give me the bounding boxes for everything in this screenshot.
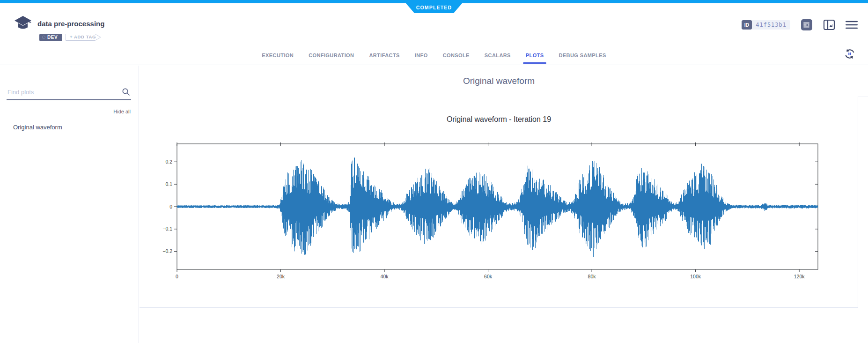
experiment-details-icon xyxy=(801,19,813,31)
x-tick-label: 60k xyxy=(484,274,493,279)
tag-row: DEV + ADD TAG xyxy=(39,33,102,41)
search-icon xyxy=(122,88,130,96)
x-tick-label: 40k xyxy=(381,274,389,279)
tab-scalars[interactable]: SCALARS xyxy=(477,45,518,65)
y-tick-label: −0.2 xyxy=(162,248,172,254)
add-tag-label: + ADD TAG xyxy=(70,34,96,39)
tab-configuration[interactable]: CONFIGURATION xyxy=(301,45,361,65)
x-tick-label: 100k xyxy=(690,274,701,279)
tab-debug-samples[interactable]: DEBUG SAMPLES xyxy=(551,45,613,65)
x-tick-label: 20k xyxy=(277,274,285,279)
y-tick-label: 0 xyxy=(169,204,172,209)
side-panel-toggle-button[interactable] xyxy=(823,19,835,31)
x-tick-label: 120k xyxy=(794,274,805,279)
waveform-plot[interactable]: 0.20.10−0.1−0.2020k40k60k80k100k120k xyxy=(154,141,838,281)
tab-info[interactable]: INFO xyxy=(407,45,435,65)
experiment-details-button[interactable] xyxy=(801,19,813,31)
app-window: COMPLETED data pre-processing DEV + ADD … xyxy=(0,0,868,343)
plot-group-heading: Original waveform xyxy=(140,76,858,86)
y-tick-label: 0.2 xyxy=(165,159,172,164)
plot-title: Original waveform - Iteration 19 xyxy=(140,115,858,124)
plots-main-panel: Original waveform Original waveform - It… xyxy=(140,66,868,343)
tab-artifacts[interactable]: ARTIFACTS xyxy=(361,45,407,65)
x-tick-label: 80k xyxy=(588,274,596,279)
tag-icon xyxy=(42,36,45,39)
tab-bar: EXECUTIONCONFIGURATIONARTIFACTSINFOCONSO… xyxy=(0,45,868,65)
auto-refresh-pause-icon xyxy=(844,48,856,60)
plots-sidebar: Hide all Original waveform xyxy=(0,66,139,343)
tag-dev[interactable]: DEV xyxy=(39,34,62,41)
hamburger-menu-icon xyxy=(846,20,858,30)
waveform-series xyxy=(177,155,818,257)
add-tag-button[interactable]: + ADD TAG xyxy=(65,33,102,41)
side-panel-chart-icon xyxy=(823,19,835,30)
hide-all-button[interactable]: Hide all xyxy=(113,109,131,114)
plot-list-item[interactable]: Original waveform xyxy=(0,120,139,134)
tab-plots[interactable]: PLOTS xyxy=(518,45,552,65)
task-title: data pre-processing xyxy=(37,20,104,28)
x-tick-label: 0 xyxy=(176,274,178,279)
app-logo xyxy=(14,15,32,31)
menu-button[interactable] xyxy=(846,19,858,31)
search-box xyxy=(7,87,131,100)
plot-card: Original waveform - Iteration 19 0.20.10… xyxy=(140,97,858,308)
status-badge: COMPLETED xyxy=(406,3,462,13)
tab-console[interactable]: CONSOLE xyxy=(435,45,477,65)
y-tick-label: −0.1 xyxy=(162,226,172,231)
id-value: 41f513b1 xyxy=(752,20,790,30)
task-id-chip[interactable]: ID 41f513b1 xyxy=(742,20,790,30)
tab-execution[interactable]: EXECUTION xyxy=(254,45,301,65)
auto-refresh-button[interactable] xyxy=(844,48,856,60)
tag-label: DEV xyxy=(47,35,58,40)
plot-list: Original waveform xyxy=(0,120,139,134)
header-actions: ID 41f513b1 xyxy=(742,19,858,31)
top-status-bar xyxy=(0,0,868,3)
id-badge: ID xyxy=(742,20,752,30)
y-tick-label: 0.1 xyxy=(165,181,172,187)
find-plots-input[interactable] xyxy=(7,87,131,100)
